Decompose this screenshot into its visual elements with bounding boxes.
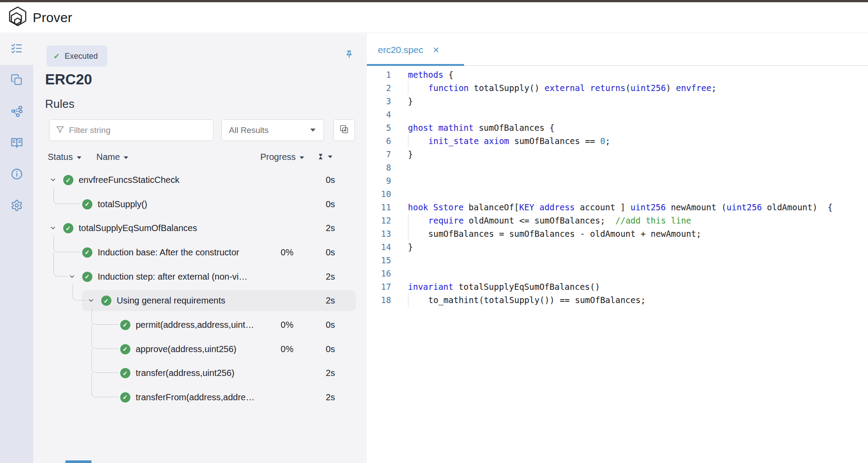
rule-duration: 0s	[326, 313, 335, 337]
sidebar-item-call-trace[interactable]	[0, 96, 33, 128]
rule-row[interactable]: ✓transfer(address,uint256)2s	[33, 361, 367, 385]
info-icon	[11, 168, 23, 182]
line-number: 7	[367, 148, 391, 161]
rule-row[interactable]: ✓Induction step: after external (non-vi……	[33, 265, 367, 288]
rule-row[interactable]: ✓transferFrom(address,addre…2s	[33, 385, 367, 409]
code-line[interactable]: 14}	[367, 240, 868, 254]
code-line[interactable]: 16	[367, 267, 868, 280]
rule-name: transferFrom(address,addre…	[136, 385, 255, 409]
call-graph-icon	[11, 105, 23, 119]
copy-icon	[11, 74, 23, 87]
rule-row[interactable]: ✓totalSupply()0s	[33, 192, 367, 216]
check-circle-icon: ✓	[63, 175, 73, 185]
line-number: 9	[367, 174, 391, 187]
sidebar-item-docs[interactable]	[0, 128, 33, 159]
line-number: 18	[367, 293, 391, 307]
rule-progress: 0%	[281, 240, 293, 264]
rule-row[interactable]: ✓Induction base: After the constructor0%…	[33, 240, 367, 264]
rule-duration: 2s	[326, 288, 335, 312]
sidebar-item-settings[interactable]	[0, 190, 33, 222]
rule-duration: 2s	[326, 265, 335, 288]
sidebar-item-contracts[interactable]	[0, 65, 33, 96]
check-circle-icon: ✓	[120, 344, 130, 354]
code-text: function totalSupply() external returns(…	[408, 81, 716, 95]
prover-logo-icon	[7, 5, 28, 30]
code-text: }	[408, 240, 413, 254]
app-title: Prover	[33, 10, 72, 25]
code-line[interactable]: 5ghost mathint sumOfBalances {	[367, 121, 868, 134]
close-icon[interactable]: ×	[433, 46, 439, 54]
code-text: methods {	[408, 68, 453, 81]
code-text: invariant totalSupplyEqSumOfBalances()	[408, 280, 600, 293]
left-rail	[0, 34, 33, 463]
indent-guide	[408, 214, 428, 227]
code-line[interactable]: 18to_mathint(totalSupply()) == sumOfBala…	[367, 293, 868, 307]
code-text: }	[408, 95, 413, 108]
code-text: init_state axiom sumOfBalances == 0;	[408, 134, 610, 148]
rule-row[interactable]: ✓permit(address,address,uint…0%0s	[33, 313, 367, 337]
rule-name: totalSupply()	[98, 192, 147, 216]
code-line[interactable]: 15	[367, 254, 868, 267]
line-number: 4	[367, 108, 391, 121]
rule-duration: 2s	[326, 216, 335, 240]
line-number: 5	[367, 121, 391, 134]
rule-row[interactable]: ✓approve(address,uint256)0%0s	[33, 337, 367, 361]
line-number: 11	[367, 201, 391, 214]
line-number: 15	[367, 254, 391, 267]
line-number: 6	[367, 134, 391, 148]
code-line[interactable]: 4	[367, 108, 868, 121]
rule-duration: 0s	[326, 192, 335, 216]
book-icon	[11, 137, 23, 151]
horizontal-scrollbar-thumb[interactable]	[65, 460, 91, 463]
rule-name: Using general requirements	[117, 288, 225, 312]
code-line[interactable]: 8	[367, 161, 868, 174]
app-window: Prover	[0, 0, 868, 463]
rule-duration: 0s	[326, 168, 335, 192]
code-line[interactable]: 3}	[367, 95, 868, 108]
indent-guide	[408, 81, 428, 95]
check-circle-icon: ✓	[82, 199, 92, 209]
code-line[interactable]: 17invariant totalSupplyEqSumOfBalances()	[367, 280, 868, 293]
line-number: 8	[367, 161, 391, 174]
rule-name: transfer(address,uint256)	[136, 361, 234, 385]
line-number: 10	[367, 187, 391, 201]
tab-erc20-spec[interactable]: erc20.spec ×	[367, 34, 439, 66]
check-circle-icon: ✓	[82, 247, 92, 258]
checklist-icon	[11, 42, 23, 56]
code-line[interactable]: 10	[367, 187, 868, 201]
code-line[interactable]: 11hook Sstore balanceOf[KEY address acco…	[367, 201, 868, 214]
rule-name: permit(address,address,uint…	[136, 313, 254, 337]
check-circle-icon: ✓	[120, 320, 130, 330]
rule-row[interactable]: ✓envfreeFuncsStaticCheck0s	[33, 168, 367, 192]
line-number: 3	[367, 95, 391, 108]
chevron-down-icon[interactable]	[49, 176, 57, 183]
code-line[interactable]: 2function totalSupply() external returns…	[367, 81, 868, 95]
check-circle-icon: ✓	[120, 392, 130, 402]
rules-tree: ✓envfreeFuncsStaticCheck0s✓totalSupply()…	[33, 34, 367, 463]
code-text: to_mathint(totalSupply()) == sumOfBalanc…	[408, 293, 646, 307]
rule-name: Induction base: After the constructor	[98, 240, 239, 264]
gear-icon	[11, 199, 23, 213]
code-text: ghost mathint sumOfBalances {	[408, 121, 555, 134]
code-line[interactable]: 1methods {	[367, 68, 868, 81]
chevron-down-icon[interactable]	[88, 297, 95, 304]
code-editor[interactable]: 1methods {2function totalSupply() extern…	[367, 67, 868, 307]
code-line[interactable]: 6init_state axiom sumOfBalances == 0;	[367, 134, 868, 148]
rule-row[interactable]: ✓totalSupplyEqSumOfBalances2s	[33, 216, 367, 240]
line-number: 13	[367, 227, 391, 240]
chevron-down-icon[interactable]	[69, 273, 76, 280]
rule-name: totalSupplyEqSumOfBalances	[79, 216, 197, 240]
code-text: sumOfBalances = sumOfBalances - oldAmoun…	[408, 227, 701, 240]
rule-row[interactable]: ✓Using general requirements2s	[33, 288, 367, 312]
chevron-down-icon[interactable]	[49, 224, 57, 231]
rules-panel: ✓ Executed ERC20 Rules Filter string All…	[33, 34, 367, 463]
sidebar-item-rules[interactable]	[0, 34, 33, 65]
code-line[interactable]: 13sumOfBalances = sumOfBalances - oldAmo…	[367, 227, 868, 240]
code-line[interactable]: 7}	[367, 148, 868, 161]
sidebar-item-info[interactable]	[0, 159, 33, 190]
code-line[interactable]: 12require oldAmount <= sumOfBalances; //…	[367, 214, 868, 227]
rule-progress: 0%	[281, 337, 293, 361]
check-circle-icon: ✓	[101, 296, 111, 306]
code-line[interactable]: 9	[367, 174, 868, 187]
editor-panel: erc20.spec × 1methods {2function totalSu…	[367, 34, 868, 463]
